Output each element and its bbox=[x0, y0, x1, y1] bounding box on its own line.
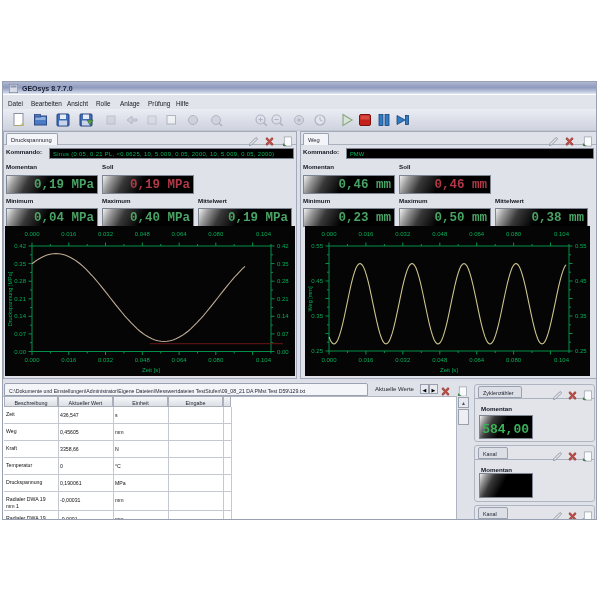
svg-text:0.28: 0.28 bbox=[14, 278, 26, 284]
svg-text:0.28: 0.28 bbox=[277, 278, 289, 284]
svg-text:0.016: 0.016 bbox=[358, 357, 374, 363]
svg-text:0.45: 0.45 bbox=[311, 278, 323, 284]
svg-text:0.55: 0.55 bbox=[575, 243, 587, 249]
svg-text:0.016: 0.016 bbox=[358, 231, 374, 237]
svg-text:0.000: 0.000 bbox=[321, 357, 337, 363]
svg-text:0.104: 0.104 bbox=[256, 357, 272, 363]
svg-text:0.080: 0.080 bbox=[506, 357, 522, 363]
svg-text:0.25: 0.25 bbox=[575, 348, 587, 354]
svg-text:0.14: 0.14 bbox=[14, 313, 26, 319]
svg-text:0.35: 0.35 bbox=[277, 261, 289, 267]
svg-text:0.016: 0.016 bbox=[61, 231, 77, 237]
svg-text:0.00: 0.00 bbox=[277, 349, 289, 355]
svg-text:0.080: 0.080 bbox=[208, 231, 224, 237]
svg-text:0.032: 0.032 bbox=[98, 357, 114, 363]
svg-text:0.42: 0.42 bbox=[14, 243, 26, 249]
svg-text:0.00: 0.00 bbox=[14, 349, 26, 355]
svg-text:0.048: 0.048 bbox=[432, 357, 448, 363]
svg-text:0.080: 0.080 bbox=[506, 231, 522, 237]
svg-text:0.000: 0.000 bbox=[24, 231, 40, 237]
svg-text:Zeit [s]: Zeit [s] bbox=[142, 367, 160, 373]
svg-text:0.07: 0.07 bbox=[14, 331, 26, 337]
svg-text:0.104: 0.104 bbox=[256, 231, 272, 237]
svg-text:0.064: 0.064 bbox=[172, 357, 188, 363]
svg-text:0.42: 0.42 bbox=[277, 243, 289, 249]
svg-text:0.064: 0.064 bbox=[469, 231, 485, 237]
svg-text:0.000: 0.000 bbox=[321, 231, 337, 237]
svg-text:0.064: 0.064 bbox=[469, 357, 485, 363]
svg-text:0.032: 0.032 bbox=[395, 357, 411, 363]
svg-text:0.21: 0.21 bbox=[277, 296, 289, 302]
svg-text:0.080: 0.080 bbox=[208, 357, 224, 363]
svg-text:0.016: 0.016 bbox=[61, 357, 77, 363]
svg-text:0.048: 0.048 bbox=[135, 357, 151, 363]
svg-text:0.55: 0.55 bbox=[311, 243, 323, 249]
svg-text:0.35: 0.35 bbox=[311, 313, 323, 319]
svg-text:0.064: 0.064 bbox=[172, 231, 188, 237]
svg-text:0.032: 0.032 bbox=[395, 231, 411, 237]
svg-text:0.14: 0.14 bbox=[277, 313, 289, 319]
svg-text:0.000: 0.000 bbox=[24, 357, 40, 363]
svg-text:0.35: 0.35 bbox=[14, 261, 26, 267]
svg-text:0.104: 0.104 bbox=[554, 357, 570, 363]
svg-text:0.45: 0.45 bbox=[575, 278, 587, 284]
svg-text:0.35: 0.35 bbox=[575, 313, 587, 319]
svg-text:0.032: 0.032 bbox=[98, 231, 114, 237]
svg-text:Weg [mm]: Weg [mm] bbox=[307, 286, 313, 311]
svg-text:0.048: 0.048 bbox=[432, 231, 448, 237]
svg-text:0.048: 0.048 bbox=[135, 231, 151, 237]
svg-text:0.25: 0.25 bbox=[311, 348, 323, 354]
svg-text:0.21: 0.21 bbox=[14, 296, 26, 302]
svg-text:0.07: 0.07 bbox=[277, 331, 289, 337]
svg-text:0.104: 0.104 bbox=[554, 231, 570, 237]
svg-text:Zeit [s]: Zeit [s] bbox=[440, 367, 458, 373]
svg-text:Druckspannung [MPa]: Druckspannung [MPa] bbox=[7, 271, 13, 326]
